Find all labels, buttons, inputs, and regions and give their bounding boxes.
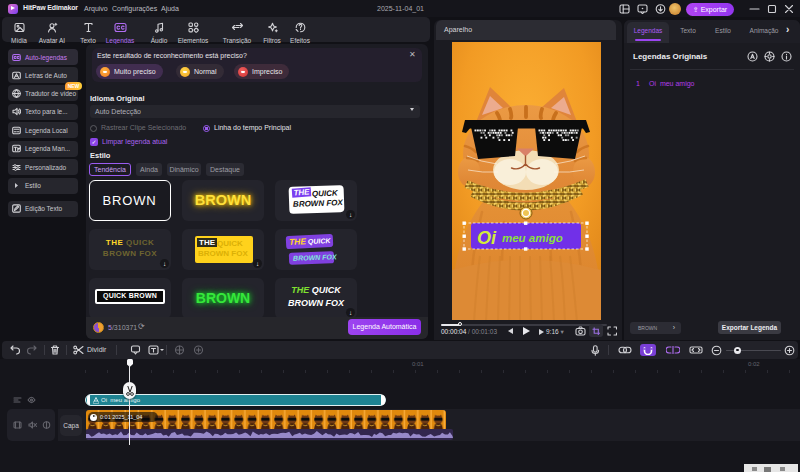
svg-text:Oi: Oi [477,228,497,248]
svg-text:meu amigo: meu amigo [502,232,563,244]
